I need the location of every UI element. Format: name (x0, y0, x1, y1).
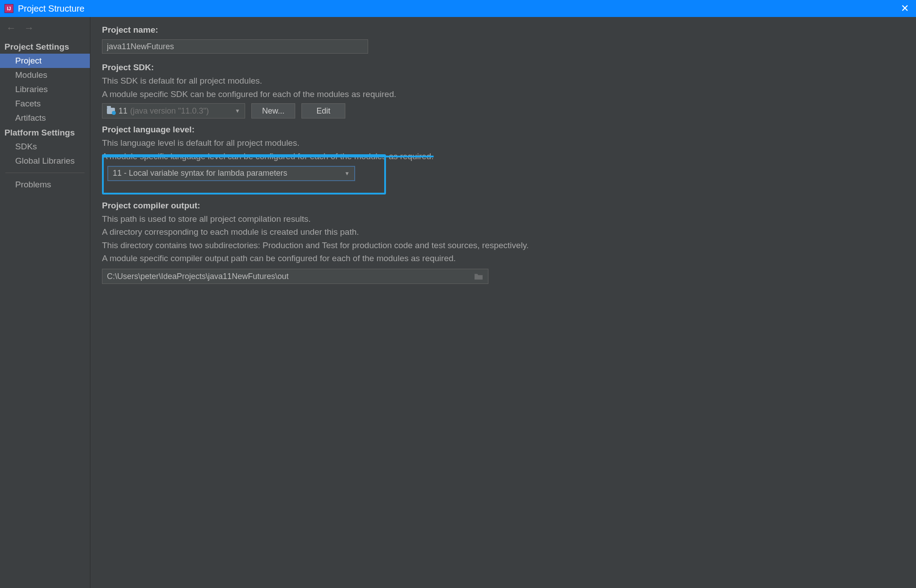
nav-history: ← → (0, 21, 90, 39)
sidebar: ← → Project Settings Project Modules Lib… (0, 17, 90, 588)
sidebar-item-global-libraries[interactable]: Global Libraries (0, 154, 90, 168)
compiler-output-desc4: A module specific compiler output path c… (102, 253, 904, 264)
compiler-output-row (102, 269, 488, 284)
compiler-output-desc2: A directory corresponding to each module… (102, 226, 904, 238)
project-sdk-select[interactable]: 11 (java version "11.0.3") ▼ (102, 103, 245, 118)
dialog-body: ← → Project Settings Project Modules Lib… (0, 17, 916, 588)
language-level-highlight: 11 - Local variable syntax for lambda pa… (102, 154, 386, 195)
project-sdk-desc1: This SDK is default for all project modu… (102, 75, 904, 87)
close-icon[interactable]: ✕ (898, 3, 912, 14)
browse-folder-icon[interactable] (474, 272, 483, 280)
project-name-label: Project name: (102, 25, 904, 35)
content-pane: Project name: Project SDK: This SDK is d… (90, 17, 916, 588)
compiler-output-desc3: This directory contains two subdirectori… (102, 240, 904, 251)
dialog-title: Project Structure (18, 4, 898, 14)
sidebar-separator (5, 173, 85, 173)
project-sdk-desc2: A module specific SDK can be configured … (102, 89, 904, 100)
sidebar-item-problems[interactable]: Problems (0, 178, 90, 192)
language-level-selected: 11 - Local variable syntax for lambda pa… (113, 169, 287, 178)
back-icon[interactable]: ← (6, 22, 16, 34)
compiler-output-label: Project compiler output: (102, 201, 904, 211)
sidebar-item-artifacts[interactable]: Artifacts (0, 111, 90, 125)
sidebar-item-project[interactable]: Project (0, 54, 90, 68)
dialog-window: IJ Project Structure ✕ ← → Project Setti… (0, 0, 916, 588)
project-name-input[interactable] (102, 39, 368, 54)
sidebar-item-sdks[interactable]: SDKs (0, 140, 90, 154)
jdk-folder-icon (107, 108, 115, 114)
titlebar: IJ Project Structure ✕ (0, 0, 916, 17)
language-level-select[interactable]: 11 - Local variable syntax for lambda pa… (107, 166, 355, 181)
forward-icon[interactable]: → (24, 22, 34, 34)
chevron-down-icon: ▼ (344, 170, 350, 177)
project-sdk-label: Project SDK: (102, 63, 904, 72)
compiler-output-input[interactable] (107, 272, 474, 281)
sidebar-item-libraries[interactable]: Libraries (0, 82, 90, 97)
sdk-new-button[interactable]: New... (251, 103, 295, 118)
section-project-settings: Project Settings (0, 39, 90, 54)
sdk-selected-name: 11 (119, 106, 127, 116)
sidebar-item-modules[interactable]: Modules (0, 68, 90, 82)
chevron-down-icon: ▼ (235, 108, 240, 114)
app-icon: IJ (4, 4, 13, 13)
section-platform-settings: Platform Settings (0, 125, 90, 140)
language-level-label: Project language level: (102, 125, 904, 135)
compiler-output-desc1: This path is used to store all project c… (102, 213, 904, 225)
language-level-desc1: This language level is default for all p… (102, 137, 904, 149)
sdk-edit-button[interactable]: Edit (301, 103, 345, 118)
sdk-version: (java version "11.0.3") (130, 106, 209, 116)
sidebar-item-facets[interactable]: Facets (0, 97, 90, 111)
